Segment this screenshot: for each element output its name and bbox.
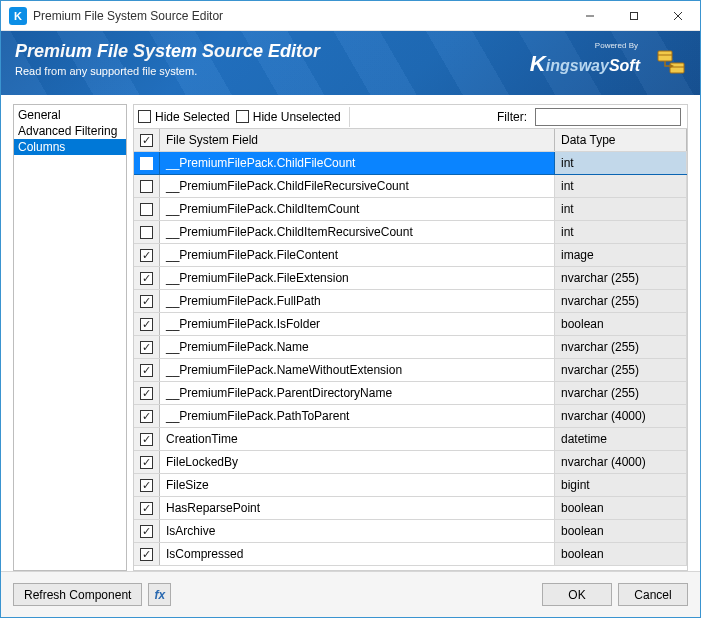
table-row[interactable]: FileLockedBynvarchar (4000) xyxy=(134,451,687,474)
row-type-cell[interactable]: bigint xyxy=(555,474,687,496)
row-field-cell[interactable]: HasReparsePoint xyxy=(160,497,555,519)
sidebar-item[interactable]: Advanced Filtering xyxy=(14,123,126,139)
checkbox-icon[interactable] xyxy=(236,110,249,123)
row-field-cell[interactable]: __PremiumFilePack.ChildItemRecursiveCoun… xyxy=(160,221,555,243)
table-row[interactable]: __PremiumFilePack.Namenvarchar (255) xyxy=(134,336,687,359)
checkbox-icon[interactable] xyxy=(140,180,153,193)
row-field-cell[interactable]: __PremiumFilePack.Name xyxy=(160,336,555,358)
row-type-cell[interactable]: nvarchar (255) xyxy=(555,336,687,358)
checkbox-icon[interactable] xyxy=(140,341,153,354)
row-type-cell[interactable]: image xyxy=(555,244,687,266)
table-row[interactable]: IsCompressedboolean xyxy=(134,543,687,566)
table-row[interactable]: __PremiumFilePack.ChildItemCountint xyxy=(134,198,687,221)
row-checkbox-cell[interactable] xyxy=(134,221,160,243)
row-checkbox-cell[interactable] xyxy=(134,382,160,404)
table-row[interactable]: CreationTimedatetime xyxy=(134,428,687,451)
table-row[interactable]: __PremiumFilePack.ChildItemRecursiveCoun… xyxy=(134,221,687,244)
hide-selected-checkbox[interactable]: Hide Selected xyxy=(138,110,230,124)
row-checkbox-cell[interactable] xyxy=(134,198,160,220)
checkbox-icon[interactable] xyxy=(140,272,153,285)
checkbox-icon[interactable] xyxy=(140,249,153,262)
row-field-cell[interactable]: __PremiumFilePack.ChildFileCount xyxy=(160,152,555,174)
table-row[interactable]: __PremiumFilePack.NameWithoutExtensionnv… xyxy=(134,359,687,382)
table-row[interactable]: __PremiumFilePack.FileExtensionnvarchar … xyxy=(134,267,687,290)
ok-button[interactable]: OK xyxy=(542,583,612,606)
close-button[interactable] xyxy=(656,1,700,31)
checkbox-icon[interactable] xyxy=(140,295,153,308)
checkbox-icon[interactable] xyxy=(140,502,153,515)
grid-scroll[interactable]: File System FieldData Type__PremiumFileP… xyxy=(134,129,687,570)
maximize-button[interactable] xyxy=(612,1,656,31)
minimize-button[interactable] xyxy=(568,1,612,31)
row-field-cell[interactable]: __PremiumFilePack.IsFolder xyxy=(160,313,555,335)
filter-input[interactable] xyxy=(535,108,681,126)
row-checkbox-cell[interactable] xyxy=(134,290,160,312)
row-type-cell[interactable]: boolean xyxy=(555,520,687,542)
row-field-cell[interactable]: CreationTime xyxy=(160,428,555,450)
table-row[interactable]: __PremiumFilePack.PathToParentnvarchar (… xyxy=(134,405,687,428)
row-field-cell[interactable]: __PremiumFilePack.ChildFileRecursiveCoun… xyxy=(160,175,555,197)
row-checkbox-cell[interactable] xyxy=(134,359,160,381)
row-checkbox-cell[interactable] xyxy=(134,428,160,450)
row-type-cell[interactable]: nvarchar (255) xyxy=(555,359,687,381)
row-field-cell[interactable]: __PremiumFilePack.FileExtension xyxy=(160,267,555,289)
row-type-cell[interactable]: boolean xyxy=(555,313,687,335)
row-field-cell[interactable]: __PremiumFilePack.NameWithoutExtension xyxy=(160,359,555,381)
row-checkbox-cell[interactable] xyxy=(134,405,160,427)
checkbox-icon[interactable] xyxy=(140,226,153,239)
row-checkbox-cell[interactable] xyxy=(134,336,160,358)
row-field-cell[interactable]: __PremiumFilePack.PathToParent xyxy=(160,405,555,427)
checkbox-icon[interactable] xyxy=(140,548,153,561)
row-field-cell[interactable]: IsArchive xyxy=(160,520,555,542)
table-row[interactable]: __PremiumFilePack.ChildFileCountint xyxy=(134,152,687,175)
checkbox-icon[interactable] xyxy=(138,110,151,123)
table-row[interactable]: __PremiumFilePack.FileContentimage xyxy=(134,244,687,267)
checkbox-icon[interactable] xyxy=(140,318,153,331)
cancel-button[interactable]: Cancel xyxy=(618,583,688,606)
row-checkbox-cell[interactable] xyxy=(134,543,160,565)
checkbox-icon[interactable] xyxy=(140,456,153,469)
fx-button[interactable]: fx xyxy=(148,583,171,606)
row-checkbox-cell[interactable] xyxy=(134,175,160,197)
row-field-cell[interactable]: FileSize xyxy=(160,474,555,496)
checkbox-icon[interactable] xyxy=(140,433,153,446)
row-type-cell[interactable]: nvarchar (4000) xyxy=(555,451,687,473)
row-field-cell[interactable]: __PremiumFilePack.ParentDirectoryName xyxy=(160,382,555,404)
column-header-type[interactable]: Data Type xyxy=(555,129,687,151)
sidebar-item[interactable]: General xyxy=(14,107,126,123)
row-field-cell[interactable]: __PremiumFilePack.FullPath xyxy=(160,290,555,312)
checkbox-icon[interactable] xyxy=(140,134,153,147)
row-field-cell[interactable]: __PremiumFilePack.ChildItemCount xyxy=(160,198,555,220)
table-row[interactable]: __PremiumFilePack.IsFolderboolean xyxy=(134,313,687,336)
table-row[interactable]: __PremiumFilePack.ParentDirectoryNamenva… xyxy=(134,382,687,405)
checkbox-icon[interactable] xyxy=(140,157,153,170)
row-type-cell[interactable]: nvarchar (4000) xyxy=(555,405,687,427)
row-checkbox-cell[interactable] xyxy=(134,451,160,473)
row-type-cell[interactable]: boolean xyxy=(555,543,687,565)
row-type-cell[interactable]: int xyxy=(555,221,687,243)
checkbox-icon[interactable] xyxy=(140,479,153,492)
row-type-cell[interactable]: int xyxy=(555,152,687,174)
table-row[interactable]: FileSizebigint xyxy=(134,474,687,497)
select-all-cell[interactable] xyxy=(134,129,160,151)
row-field-cell[interactable]: __PremiumFilePack.FileContent xyxy=(160,244,555,266)
checkbox-icon[interactable] xyxy=(140,364,153,377)
row-field-cell[interactable]: IsCompressed xyxy=(160,543,555,565)
row-checkbox-cell[interactable] xyxy=(134,497,160,519)
row-type-cell[interactable]: datetime xyxy=(555,428,687,450)
row-type-cell[interactable]: int xyxy=(555,175,687,197)
checkbox-icon[interactable] xyxy=(140,387,153,400)
row-type-cell[interactable]: nvarchar (255) xyxy=(555,290,687,312)
row-type-cell[interactable]: int xyxy=(555,198,687,220)
row-type-cell[interactable]: nvarchar (255) xyxy=(555,382,687,404)
table-row[interactable]: __PremiumFilePack.FullPathnvarchar (255) xyxy=(134,290,687,313)
row-checkbox-cell[interactable] xyxy=(134,520,160,542)
table-row[interactable]: IsArchiveboolean xyxy=(134,520,687,543)
row-checkbox-cell[interactable] xyxy=(134,313,160,335)
table-row[interactable]: HasReparsePointboolean xyxy=(134,497,687,520)
row-checkbox-cell[interactable] xyxy=(134,474,160,496)
row-checkbox-cell[interactable] xyxy=(134,267,160,289)
row-checkbox-cell[interactable] xyxy=(134,152,160,174)
checkbox-icon[interactable] xyxy=(140,203,153,216)
refresh-component-button[interactable]: Refresh Component xyxy=(13,583,142,606)
